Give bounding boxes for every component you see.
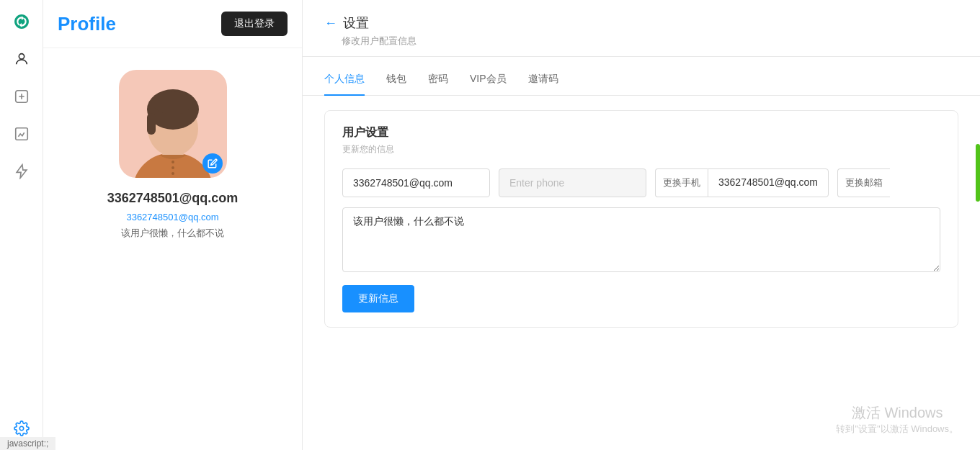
avatar-edit-button[interactable] bbox=[202, 153, 223, 174]
logout-button[interactable]: 退出登录 bbox=[221, 12, 288, 36]
settings-title: 设置 bbox=[343, 14, 369, 32]
bio-textarea[interactable]: 该用户很懒，什么都不说 bbox=[342, 207, 940, 272]
sidebar-item-lightning[interactable] bbox=[10, 160, 33, 183]
sidebar bbox=[0, 0, 43, 450]
tabs-container: 个人信息 钱包 密码 VIP会员 邀请码 bbox=[303, 64, 980, 96]
sidebar-item-add[interactable] bbox=[10, 85, 33, 108]
svg-rect-2 bbox=[15, 128, 27, 140]
settings-subtitle: 修改用户配置信息 bbox=[342, 35, 958, 48]
status-bar: javascript:; bbox=[0, 437, 55, 450]
email-input[interactable] bbox=[342, 168, 490, 197]
profile-title: Profile bbox=[58, 13, 116, 35]
change-email-button[interactable]: 更换邮箱 bbox=[837, 168, 890, 197]
sidebar-item-user[interactable] bbox=[10, 48, 33, 71]
svg-point-12 bbox=[172, 172, 174, 175]
phone-input[interactable] bbox=[499, 168, 646, 197]
profile-panel: Profile 退出登录 bbox=[43, 0, 303, 450]
change-phone-button[interactable]: 更换手机 bbox=[655, 168, 708, 197]
avatar-wrapper bbox=[119, 70, 227, 178]
tab-invite-code[interactable]: 邀请码 bbox=[528, 64, 558, 96]
form-row-1: 更换手机 3362748501@qq.com 更换邮箱 bbox=[342, 168, 940, 197]
card-title: 用户设置 bbox=[342, 125, 940, 140]
card-subtitle: 更新您的信息 bbox=[342, 143, 940, 156]
back-arrow-icon[interactable]: ← bbox=[324, 16, 337, 31]
tab-vip[interactable]: VIP会员 bbox=[470, 64, 507, 96]
profile-body: 3362748501@qq.com 3362748501@qq.com 该用户很… bbox=[43, 48, 302, 254]
profile-email-secondary: 3362748501@qq.com bbox=[126, 212, 218, 222]
update-button[interactable]: 更新信息 bbox=[342, 285, 414, 312]
status-text: javascript:; bbox=[7, 438, 48, 449]
svg-point-9 bbox=[153, 91, 193, 114]
svg-point-3 bbox=[19, 426, 24, 431]
svg-point-11 bbox=[172, 166, 174, 169]
tab-personal-info[interactable]: 个人信息 bbox=[324, 64, 365, 96]
tab-password[interactable]: 密码 bbox=[428, 64, 448, 96]
scroll-indicator[interactable] bbox=[976, 144, 980, 202]
logo-icon[interactable] bbox=[10, 10, 33, 33]
settings-back: ← 设置 bbox=[324, 14, 958, 32]
settings-card: 用户设置 更新您的信息 更换手机 3362748501@qq.com 更换邮箱 … bbox=[324, 110, 958, 328]
settings-header: ← 设置 修改用户配置信息 bbox=[303, 0, 980, 57]
svg-point-0 bbox=[19, 54, 24, 59]
profile-bio: 该用户很懒，什么都不说 bbox=[121, 227, 224, 240]
profile-email: 3362748501@qq.com bbox=[107, 191, 239, 206]
phone-change-group: 更换手机 3362748501@qq.com bbox=[655, 168, 829, 197]
svg-rect-8 bbox=[147, 113, 156, 135]
sidebar-item-chart[interactable] bbox=[10, 122, 33, 145]
email-change-group: 更换邮箱 bbox=[837, 168, 940, 197]
profile-header: Profile 退出登录 bbox=[43, 0, 302, 48]
tab-wallet[interactable]: 钱包 bbox=[386, 64, 406, 96]
svg-point-10 bbox=[172, 161, 174, 163]
main-content: ← 设置 修改用户配置信息 个人信息 钱包 密码 VIP会员 邀请码 用户设置 … bbox=[303, 0, 980, 450]
phone-current-value: 3362748501@qq.com bbox=[708, 168, 829, 197]
